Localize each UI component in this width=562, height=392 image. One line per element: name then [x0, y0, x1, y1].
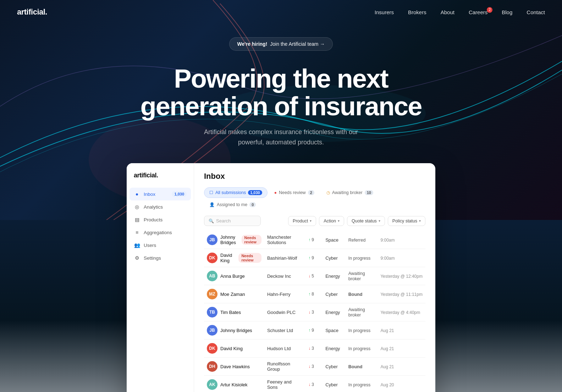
status-cell: In progress [346, 339, 378, 358]
table-row[interactable]: MZ Moe Zaman Hahn-Ferry ↑8 Cyber Bound Y… [204, 285, 425, 303]
sidebar-item-settings[interactable]: ⚙ Settings [127, 252, 194, 264]
search-icon: 🔍 [209, 219, 214, 223]
filters-row: 🔍 Search Product ▾ Action ▾ Quote status… [204, 216, 425, 226]
name-cell: TB Tim Bates [207, 307, 261, 318]
arrows-cell: ↑9 [305, 321, 323, 339]
company-cell: Schuster Ltd [264, 321, 305, 339]
sidebar-item-analytics[interactable]: ◎ Analytics [127, 200, 194, 213]
table-row[interactable]: AB Anna Burge Deckow Inc ↓5 Energy Await… [204, 267, 425, 285]
filter-quote-chevron: ▾ [379, 219, 380, 223]
tab-awaiting-label: Awaiting broker [332, 190, 363, 195]
product-name: Energy [325, 346, 340, 351]
inbox-icon: ● [134, 191, 140, 197]
time-cell: Aug 21 [378, 358, 425, 376]
filter-policy-status[interactable]: Policy status ▾ [388, 216, 425, 226]
sidebar-item-inbox[interactable]: ● Inbox 1,030 [130, 188, 191, 200]
sidebar-item-users-label: Users [144, 243, 156, 248]
filter-product[interactable]: Product ▾ [288, 216, 316, 226]
table-row[interactable]: DK David King Hudson Ltd ↓3 Energy In pr… [204, 339, 425, 358]
product-name: Space [325, 328, 338, 333]
navbar: artificial. Insurers Brokers About Caree… [0, 0, 562, 24]
company-cell: Runolfsson Group [264, 358, 305, 376]
product-cell: Space [323, 231, 346, 249]
tab-all-submissions[interactable]: ☐ All submissions 1,030 [204, 187, 268, 198]
inbox-title: Inbox [204, 172, 425, 181]
filter-quote-status[interactable]: Quote status ▾ [347, 216, 385, 226]
name-cell: DH Dave Hawkins [207, 361, 261, 372]
status-cell: Bound [346, 358, 378, 376]
tab-needs-review[interactable]: ● Needs review 2 [269, 187, 320, 198]
filter-policy-label: Policy status [392, 219, 417, 223]
product-name: Cyber [325, 292, 338, 297]
inbox-main: Inbox ☐ All submissions 1,030 ● Needs re… [194, 163, 435, 392]
table-row[interactable]: TB Tim Bates Goodwin PLC ↓3 Energy Await… [204, 303, 425, 321]
hiring-badge[interactable]: We're hiring! Join the Artificial team → [229, 37, 333, 51]
person-name: Moe Zaman [220, 292, 245, 297]
sidebar-item-products[interactable]: ▤ Products [127, 213, 194, 226]
product-cell: Cyber [323, 249, 346, 267]
table-row[interactable]: DK David King Needs review Bashirian-Wol… [204, 249, 425, 267]
tab-assigned-count: 0 [249, 202, 256, 207]
count-value: 5 [312, 274, 314, 278]
row-status: In progress [348, 346, 371, 351]
row-status: In progress [348, 256, 371, 261]
name-cell: DK David King Needs review [207, 253, 261, 263]
count-value: 3 [312, 346, 314, 351]
hero-title-line1: Powering the next [174, 64, 388, 93]
company-name: Hahn-Ferry [267, 292, 291, 297]
status-cell: Bound [346, 285, 378, 303]
nav-careers[interactable]: Careers 2 [469, 9, 487, 15]
nav-insurers[interactable]: Insurers [375, 9, 394, 15]
product-name: Space [325, 237, 338, 243]
person-name: Dave Hawkins [220, 364, 250, 369]
company-name: Runolfsson Group [267, 361, 290, 372]
arrow-up-icon: ↑ [308, 237, 310, 242]
company-cell: Hudson Ltd [264, 339, 305, 358]
inbox-tabs: ☐ All submissions 1,030 ● Needs review 2… [204, 187, 425, 210]
person-name: Anna Burge [220, 274, 245, 279]
row-status: Bound [348, 292, 363, 297]
time-cell: Yesterday @ 4:40pm [378, 303, 425, 321]
status-cell: In progress [346, 376, 378, 392]
tab-awaiting-count: 10 [365, 190, 373, 195]
avatar: TB [207, 307, 217, 318]
product-name: Cyber [325, 364, 338, 369]
inbox-badge: 1,030 [172, 191, 187, 197]
person-name: David King [220, 346, 243, 351]
table-row[interactable]: JB Johnny Bridges Schuster Ltd ↑9 Space … [204, 321, 425, 339]
name-cell: JB Johnny Bridges Needs review [207, 234, 261, 245]
filter-action[interactable]: Action ▾ [319, 216, 344, 226]
company-name: Schuster Ltd [267, 328, 293, 333]
nav-brokers[interactable]: Brokers [408, 9, 426, 15]
nav-contact[interactable]: Contact [527, 9, 545, 15]
product-cell: Space [323, 321, 346, 339]
nav-blog[interactable]: Blog [502, 9, 512, 15]
timestamp: Yesterday @ 11:11pm [380, 292, 422, 297]
company-name: Bashirian-Wolf [267, 255, 297, 261]
name-cell: MZ Moe Zaman [207, 289, 261, 299]
hiring-bold: We're hiring! [237, 41, 268, 47]
arrows-cell: ↓3 [305, 339, 323, 358]
time-cell: Yesterday @ 11:11pm [378, 285, 425, 303]
sidebar-logo: artificial. [127, 170, 194, 188]
tab-needs-count: 2 [308, 190, 314, 195]
table-row[interactable]: AK Artur Kisiolek Feeney and Sons ↓3 Cyb… [204, 376, 425, 392]
tab-assigned-to-me[interactable]: 👤 Assigned to me 0 [204, 199, 261, 210]
tab-all-submissions-label: All submissions [215, 190, 246, 195]
status-cell: In progress [346, 249, 378, 267]
count-value: 3 [312, 310, 314, 315]
tab-awaiting-broker[interactable]: ◷ Awaiting broker 10 [321, 187, 379, 198]
product-name: Cyber [325, 382, 338, 387]
count-value: 9 [312, 328, 314, 333]
sidebar-item-aggregations[interactable]: ≡ Aggregations [127, 226, 194, 239]
search-box[interactable]: 🔍 Search [204, 216, 261, 226]
row-status: Awaiting broker [348, 307, 365, 318]
product-name: Energy [325, 310, 340, 315]
nav-about[interactable]: About [441, 9, 454, 15]
sidebar-item-users[interactable]: 👥 Users [127, 239, 194, 252]
table-row[interactable]: JB Johnny Bridges Needs review Mancheste… [204, 231, 425, 249]
avatar: DK [207, 343, 217, 354]
aggregations-icon: ≡ [134, 229, 140, 236]
person-name: Tim Bates [220, 310, 241, 315]
table-row[interactable]: DH Dave Hawkins Runolfsson Group ↓3 Cybe… [204, 358, 425, 376]
